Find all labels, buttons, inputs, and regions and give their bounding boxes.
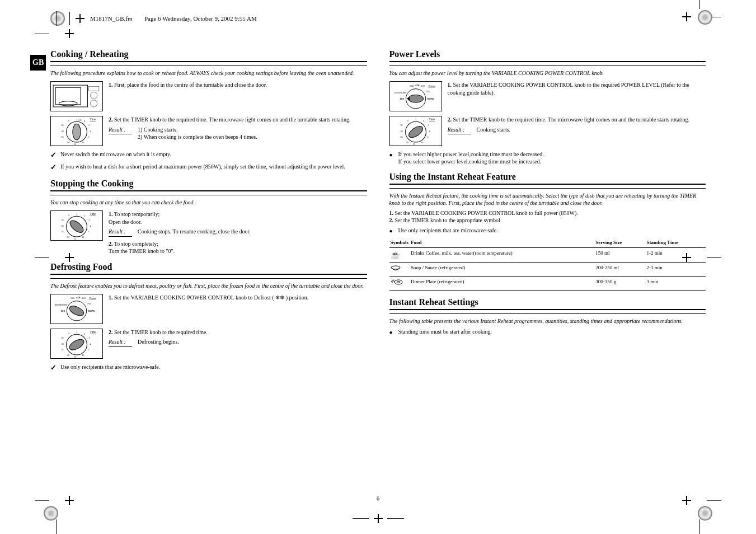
svg-text:850W: 850W [88, 310, 95, 312]
svg-text:2: 2 [84, 215, 85, 218]
cell-size: 300-350 g [594, 277, 645, 291]
svg-point-48 [68, 337, 86, 352]
svg-rect-0 [53, 86, 87, 107]
table-header: Standing Time [645, 237, 706, 248]
svg-text:0: 0 [407, 120, 408, 123]
svg-text:5: 5 [88, 230, 89, 233]
svg-text:100: 100 [61, 310, 65, 312]
svg-text:4: 4 [90, 224, 91, 227]
crop-mark-icon [46, 489, 79, 523]
cell-size: 150 ml [594, 248, 645, 263]
section-title: Stopping the Cooking [50, 179, 367, 189]
intro-text: You can adjust the power level by turnin… [389, 69, 706, 77]
step-number: 2. [389, 217, 394, 223]
timer-dial-icon: Time353025201510543210 [389, 116, 442, 146]
svg-text:1: 1 [76, 119, 77, 121]
svg-text:20: 20 [67, 236, 69, 238]
svg-point-7 [73, 124, 81, 140]
step-number: 2. [109, 329, 113, 335]
bullet-icon: ● [389, 152, 398, 158]
svg-text:450: 450 [76, 296, 81, 299]
note-text: Use only recipients that are microwave-s… [398, 227, 706, 234]
svg-point-63 [408, 95, 423, 102]
svg-text:5: 5 [88, 135, 89, 138]
result-label: Result : [109, 228, 132, 237]
step-text: Set the VARIABLE COOKING POWER CONTROL k… [448, 82, 689, 96]
section-title: Power Levels [389, 49, 706, 59]
step-text: Open the door. [109, 219, 142, 225]
svg-text:2: 2 [423, 120, 424, 123]
section-title: Defrosting Food [50, 262, 367, 272]
result-text: Cooking stops. To resume cooking, close … [138, 228, 367, 235]
svg-text:20: 20 [67, 141, 69, 144]
svg-text:3: 3 [88, 124, 90, 127]
table-header: Symbols [389, 237, 410, 248]
result-label: Result : [109, 338, 132, 347]
svg-point-38 [68, 304, 86, 317]
step-text: To stop completely; [114, 241, 158, 247]
svg-text:30: 30 [61, 130, 63, 133]
svg-text:Time: Time [90, 330, 96, 334]
result-label: Result : [109, 126, 132, 135]
svg-text:450: 450 [415, 83, 420, 86]
table-row: Dinner Plate (refrigerated) 300-350 g 3 … [389, 277, 706, 291]
svg-text:35: 35 [61, 124, 63, 127]
page-number: 6 [377, 495, 379, 502]
intro-text: The following table presents the various… [389, 317, 706, 325]
svg-point-2 [59, 101, 77, 106]
step-text: Turn the TIMER knob to "0". [109, 248, 175, 254]
svg-text:30: 30 [61, 224, 63, 227]
result-label: Result : [448, 126, 471, 135]
note-text: If you select higher power level,cooking… [398, 151, 706, 158]
cell-time: 1-2 min [645, 248, 706, 263]
svg-text:100: 100 [400, 97, 404, 100]
intro-text: You can stop cooking at any time so that… [50, 199, 367, 206]
step-text: Set the TIMER knob to the appropriate sy… [395, 217, 502, 223]
svg-text:1:30: 1:30 [78, 120, 82, 122]
svg-text:4: 4 [429, 130, 430, 133]
svg-text:600: 600 [420, 84, 425, 87]
svg-text:Power: Power [428, 84, 435, 87]
svg-text:10: 10 [421, 141, 423, 144]
bottom-crop-mark [353, 513, 404, 524]
step-text: To stop temporarily; [114, 211, 160, 217]
bowl-icon [391, 265, 401, 274]
svg-text:DEFROST: DEFROST [55, 303, 68, 306]
svg-text:25: 25 [61, 135, 63, 138]
svg-text:600: 600 [82, 297, 86, 299]
timer-dial-icon: Time353025201510543210 [50, 329, 103, 359]
cell-time: 3 min [645, 277, 706, 291]
timer-dial-icon: Time3530252015105432101:30 [50, 116, 103, 146]
step-text: Set the TIMER knob to the required time.… [114, 116, 351, 123]
dinner-plate-icon [391, 279, 403, 288]
section-title: Cooking / Reheating [50, 49, 367, 59]
crop-mark-icon [677, 6, 710, 39]
note-text: If you wish to heat a dish for a short p… [60, 163, 367, 170]
svg-point-5 [91, 100, 97, 107]
cell-size: 200-250 ml [594, 263, 645, 277]
cell-time: 2-3 min [645, 263, 706, 277]
result-text: Defrosting begins. [138, 338, 367, 345]
svg-text:20: 20 [406, 141, 408, 144]
checkmark-icon: ✓ [50, 151, 58, 160]
svg-text:1: 1 [76, 213, 77, 216]
step-text: Set the VARIABLE COOKING POWER CONTROL k… [395, 210, 578, 216]
note-text: Never switch the microwave on when it is… [60, 151, 367, 158]
instant-reheat-table: Symbols Food Serving Size Standing Time … [389, 237, 706, 291]
svg-text:15: 15 [74, 143, 76, 146]
svg-text:15: 15 [74, 238, 76, 241]
filename: M1817N_GB.fm [90, 15, 132, 22]
step-text: Set the VARIABLE COOKING POWER CONTROL k… [114, 294, 308, 301]
svg-text:25: 25 [61, 230, 63, 233]
step-number: 2. [448, 116, 452, 123]
svg-text:0: 0 [68, 120, 69, 123]
svg-text:1: 1 [415, 119, 416, 121]
svg-text:1: 1 [76, 331, 77, 334]
page-date: Page 6 Wednesday, October 9, 2002 9:55 A… [144, 15, 257, 22]
power-dial-icon: Power300450600700850WDEFROST100 [389, 81, 442, 111]
svg-text:Power: Power [90, 297, 97, 299]
intro-text: The following procedure explains how to … [50, 69, 367, 77]
svg-text:10: 10 [82, 354, 84, 357]
language-tab: GB [30, 55, 46, 71]
svg-text:10: 10 [82, 236, 84, 238]
